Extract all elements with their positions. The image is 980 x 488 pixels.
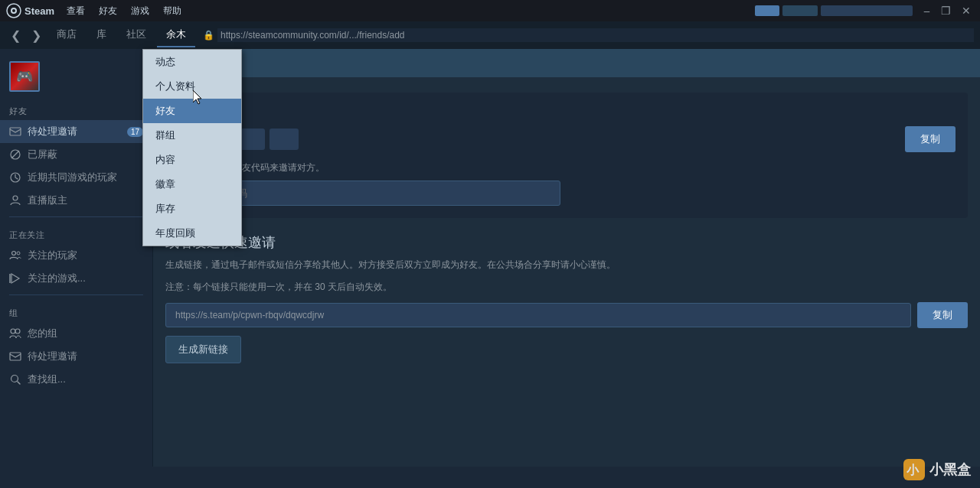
tab-profile[interactable]: 余木 <box>157 23 195 47</box>
blocked-icon <box>9 148 21 161</box>
progress-bar-empty <box>782 5 818 16</box>
dropdown-item-profile[interactable]: 个人资料 <box>143 74 241 99</box>
svg-line-5 <box>11 151 19 158</box>
recent-players-icon <box>9 171 21 184</box>
menu-games[interactable]: 游戏 <box>125 3 155 19</box>
svg-marker-10 <box>11 274 19 283</box>
sidebar-item-follow-games[interactable]: 关注的游戏... <box>0 267 152 290</box>
app-name: Steam <box>24 5 54 17</box>
svg-text:小: 小 <box>906 464 920 477</box>
quick-invite-title: 或者发送快速邀请 <box>165 233 968 252</box>
sidebar-item-live-host[interactable]: 直播版主 <box>0 189 152 212</box>
friend-code-section: 您的好友代码 45 复制 输入您朋友的好友代码来邀请对方。 <box>165 93 968 218</box>
dropdown-item-content[interactable]: 内容 <box>143 148 241 172</box>
sidebar-label-recent: 近期共同游戏的玩家 <box>28 171 117 184</box>
progress-bar-fill <box>755 5 779 16</box>
content-header: 添加好友 <box>153 49 980 77</box>
title-search-bar[interactable] <box>821 5 913 16</box>
link-row: https://s.team/p/cpwn-rbqv/dqwcdjrw 复制 <box>165 302 968 328</box>
invite-link-display: https://s.team/p/cpwn-rbqv/dqwcdjrw <box>165 303 911 327</box>
sidebar-item-find-groups[interactable]: 查找组... <box>0 368 152 391</box>
svg-point-7 <box>13 196 18 200</box>
avatar-image: 🎮 <box>11 63 38 90</box>
svg-rect-3 <box>10 128 21 135</box>
quick-invite-section: 或者发送快速邀请 生成链接，通过电子邮件或短信分享给其他人。对方接受后双方立即成… <box>165 233 968 363</box>
content-body: 您的好友代码 45 复制 输入您朋友的好友代码来邀请对方。 或者发送快速邀请 生… <box>153 77 980 379</box>
quick-invite-note: 注意：每个链接只能使用一次，并在 30 天后自动失效。 <box>165 280 968 294</box>
dropdown-item-groups[interactable]: 群组 <box>143 123 241 148</box>
address-bar: 🔒 <box>203 28 974 42</box>
copy-friend-code-button[interactable]: 复制 <box>905 126 956 152</box>
close-button[interactable]: ✕ <box>959 5 974 17</box>
watermark-icon: 小 <box>903 459 925 480</box>
your-groups-icon <box>9 327 21 340</box>
svg-point-12 <box>11 329 15 333</box>
nav-bar: ❮ ❯ 商店 库 社区 余木 🔒 <box>0 21 980 49</box>
following-section-title: 正在关注 <box>0 222 152 244</box>
sidebar-item-pending-invites[interactable]: 待处理邀请 17 <box>0 120 152 143</box>
friend-code-display: 45 <box>178 129 899 150</box>
sidebar-label-live: 直播版主 <box>28 194 67 207</box>
user-avatar-section: 🎮 <box>0 55 152 98</box>
tab-store[interactable]: 商店 <box>47 23 86 47</box>
copy-link-button[interactable]: 复制 <box>917 302 968 328</box>
dropdown-item-feed[interactable]: 动态 <box>143 50 241 74</box>
sidebar-label-follow-games: 关注的游戏... <box>28 272 86 285</box>
svg-line-16 <box>18 382 20 384</box>
friend-code-row: 45 复制 <box>178 126 956 152</box>
sidebar-label-pending: 待处理邀请 <box>28 125 77 138</box>
pending-badge: 17 <box>127 127 143 137</box>
sidebar: 🎮 好友 待处理邀请 17 已屏蔽 近期共同游戏的玩家 <box>0 49 153 467</box>
sidebar-label-blocked: 已屏蔽 <box>28 148 57 161</box>
sidebar-item-recent-players[interactable]: 近期共同游戏的玩家 <box>0 166 152 189</box>
address-input[interactable] <box>217 28 974 42</box>
generate-new-link-button[interactable]: 生成新链接 <box>165 336 241 363</box>
steam-logo: Steam <box>6 3 54 18</box>
watermark: 小 小黑盒 <box>903 459 971 480</box>
sidebar-label-follow-players: 关注的玩家 <box>28 249 77 262</box>
svg-point-9 <box>17 252 20 255</box>
sidebar-label-find-groups: 查找组... <box>28 373 66 386</box>
friend-code-label: 您的好友代码 <box>178 105 956 119</box>
dropdown-item-badges[interactable]: 徽章 <box>143 172 241 197</box>
dropdown-item-inventory[interactable]: 库存 <box>143 197 241 221</box>
dropdown-menu: 动态 个人资料 好友 群组 内容 徽章 库存 年度回顾 <box>142 49 242 246</box>
tab-community[interactable]: 社区 <box>117 23 155 47</box>
svg-point-15 <box>11 376 18 382</box>
svg-rect-14 <box>10 353 21 360</box>
follow-players-icon <box>9 249 21 262</box>
find-groups-icon <box>9 373 21 386</box>
menu-view[interactable]: 查看 <box>60 3 91 19</box>
minimize-button[interactable]: ‒ <box>920 5 933 17</box>
dropdown-item-yearly-review[interactable]: 年度回顾 <box>143 221 241 246</box>
menu-help[interactable]: 帮助 <box>157 3 188 19</box>
window-controls: ‒ ❐ ✕ <box>920 5 974 17</box>
dropdown-item-friends[interactable]: 好友 <box>143 99 241 123</box>
content-area: 添加好友 您的好友代码 45 复制 输入您朋友的好友代码来邀请对方。 <box>153 49 980 467</box>
menu-friends[interactable]: 好友 <box>93 3 123 19</box>
steam-icon <box>6 3 21 18</box>
avatar[interactable]: 🎮 <box>9 61 40 92</box>
follow-games-icon <box>9 272 21 285</box>
sidebar-item-follow-players[interactable]: 关注的玩家 <box>0 244 152 267</box>
sidebar-item-group-invites[interactable]: 待处理邀请 <box>0 345 152 368</box>
sidebar-item-blocked[interactable]: 已屏蔽 <box>0 143 152 166</box>
svg-point-2 <box>12 9 15 12</box>
friends-section-title: 好友 <box>0 98 152 120</box>
svg-point-8 <box>12 252 16 255</box>
input-hint: 输入您朋友的好友代码来邀请对方。 <box>178 161 956 174</box>
tab-library[interactable]: 库 <box>87 23 116 47</box>
restore-button[interactable]: ❐ <box>938 5 954 17</box>
quick-invite-desc: 生成链接，通过电子邮件或短信分享给其他人。对方接受后双方立即成为好友。在公共场合… <box>165 258 968 272</box>
group-invites-icon <box>9 350 21 363</box>
svg-point-13 <box>15 329 20 333</box>
divider-1 <box>9 216 143 217</box>
back-button[interactable]: ❮ <box>6 25 25 46</box>
code-block-3 <box>270 129 299 150</box>
forward-button[interactable]: ❯ <box>27 25 46 46</box>
title-bar: Steam 查看 好友 游戏 帮助 ‒ ❐ ✕ <box>0 0 980 21</box>
sidebar-label-your-groups: 您的组 <box>28 327 57 340</box>
watermark-label: 小黑盒 <box>929 460 971 479</box>
pending-icon <box>9 125 21 138</box>
sidebar-item-your-groups[interactable]: 您的组 <box>0 322 152 345</box>
